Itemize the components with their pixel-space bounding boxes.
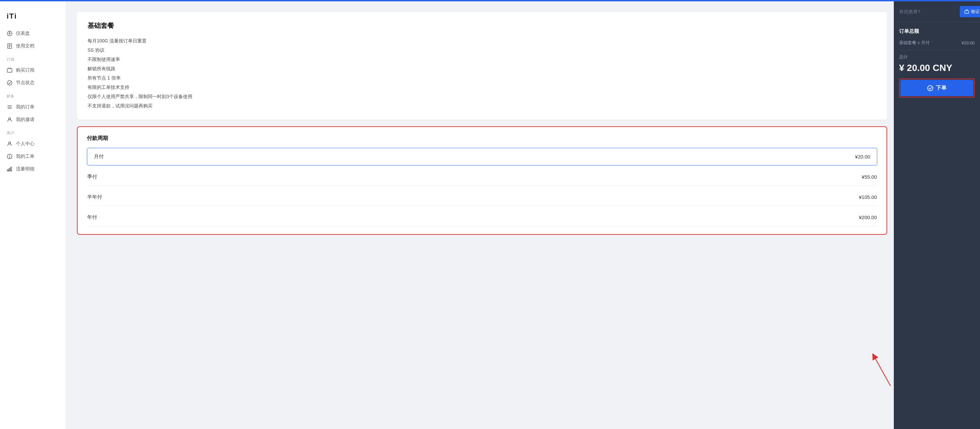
sidebar-item-orders-label: 我的订单	[16, 104, 35, 110]
annual-price: ¥200.00	[859, 214, 877, 220]
monthly-price: ¥20.00	[855, 154, 870, 159]
sidebar-logo: iTi	[0, 9, 66, 27]
payment-option-monthly[interactable]: 月付 ¥20.00	[87, 148, 877, 165]
package-card: 基础套餐 每月100G 流量按订单日重置 SS 协议 不限制使用速率 解锁所有线…	[77, 12, 887, 120]
payment-card: 付款周期 月付 ¥20.00 季付 ¥55.00 半年付 ¥105.00 年付 …	[77, 126, 887, 235]
sidebar-item-invites-label: 我的邀请	[16, 117, 35, 123]
quarterly-label: 季付	[87, 174, 97, 180]
svg-rect-7	[7, 68, 12, 72]
main-content: 基础套餐 每月100G 流量按订单日重置 SS 协议 不限制使用速率 解锁所有线…	[66, 1, 980, 429]
verify-button[interactable]: 验证	[960, 6, 980, 17]
sidebar-item-nodes-label: 节点状态	[16, 80, 35, 86]
payment-option-biannual[interactable]: 半年付 ¥105.00	[87, 188, 877, 206]
invites-icon	[6, 117, 13, 123]
sidebar-section-user-label: 用户	[0, 126, 66, 138]
order-panel: 验证 订单总额 基础套餐 x 月付 ¥20.00 总计 ¥ 20.00 CNY …	[894, 1, 980, 429]
svg-rect-20	[965, 11, 969, 13]
sidebar-section-subscription: 订阅 购买订阅 节点状态	[0, 52, 66, 89]
sidebar: iTi 仪表盘 使用文档	[0, 1, 66, 429]
verify-icon	[964, 9, 969, 14]
ticket-icon	[6, 154, 13, 159]
biannual-price: ¥105.00	[859, 194, 877, 200]
biannual-label: 半年付	[87, 194, 102, 200]
sidebar-item-traffic-label: 流量明细	[16, 166, 35, 172]
check-circle-icon	[927, 85, 933, 91]
sidebar-item-invites[interactable]: 我的邀请	[0, 113, 66, 126]
order-line-label: 基础套餐 x 月付	[899, 40, 930, 46]
payment-section-title: 付款周期	[87, 135, 877, 142]
sidebar-item-dashboard[interactable]: 仪表盘	[0, 27, 66, 40]
top-bar	[0, 0, 980, 1]
sidebar-item-nodes[interactable]: 节点状态	[0, 76, 66, 89]
buy-icon	[6, 67, 13, 73]
monthly-label: 月付	[94, 154, 104, 160]
svg-rect-17	[7, 170, 8, 171]
svg-point-1	[9, 33, 10, 34]
order-outline: 下单	[899, 79, 975, 97]
svg-point-12	[9, 118, 11, 120]
feature-1: 每月100G 流量按订单日重置	[88, 36, 877, 45]
sidebar-section-main: 仪表盘 使用文档	[0, 27, 66, 52]
sidebar-section-finance-label: 财务	[0, 89, 66, 101]
svg-point-16	[9, 157, 10, 158]
feature-6: 有限的工单技术支持	[88, 83, 877, 92]
sidebar-section-subscription-label: 订阅	[0, 52, 66, 64]
svg-rect-19	[11, 167, 12, 171]
sidebar-item-profile[interactable]: 个人中心	[0, 138, 66, 150]
sidebar-item-buy[interactable]: 购买订阅	[0, 64, 66, 76]
nodes-icon	[6, 80, 13, 86]
order-summary-title: 订单总额	[899, 28, 975, 35]
feature-4: 解锁所有线路	[88, 64, 877, 73]
payment-option-annual[interactable]: 年付 ¥200.00	[87, 208, 877, 226]
orders-icon	[6, 104, 13, 110]
svg-point-21	[928, 86, 933, 91]
feature-3: 不限制使用速率	[88, 55, 877, 64]
verify-label: 验证	[971, 9, 980, 14]
package-title: 基础套餐	[88, 21, 877, 30]
package-features: 每月100G 流量按订单日重置 SS 协议 不限制使用速率 解锁所有线路 所有节…	[88, 36, 877, 110]
sidebar-item-docs[interactable]: 使用文档	[0, 40, 66, 52]
order-line: 基础套餐 x 月付 ¥20.00	[899, 40, 975, 46]
annual-label: 年付	[87, 214, 97, 221]
dashboard-icon	[6, 30, 13, 37]
sidebar-section-finance: 财务 我的订单 我的邀请	[0, 89, 66, 126]
coupon-input[interactable]	[899, 9, 957, 14]
docs-icon	[6, 43, 13, 49]
place-order-label: 下单	[936, 84, 947, 92]
feature-2: SS 协议	[88, 45, 877, 55]
order-divider	[899, 50, 975, 50]
sidebar-item-profile-label: 个人中心	[16, 141, 35, 147]
sidebar-item-ticket[interactable]: 我的工单	[0, 150, 66, 163]
sidebar-item-traffic[interactable]: 流量明细	[0, 163, 66, 175]
feature-7: 仅限个人使用严禁共享，限制同一时刻3个设备使用	[88, 92, 877, 101]
order-total-label: 总计	[899, 54, 975, 60]
sidebar-section-user: 用户 个人中心 我的工单	[0, 126, 66, 175]
quarterly-price: ¥55.00	[862, 174, 877, 180]
svg-rect-18	[9, 168, 10, 171]
svg-point-8	[7, 81, 12, 85]
sidebar-item-orders[interactable]: 我的订单	[0, 101, 66, 113]
sidebar-item-docs-label: 使用文档	[16, 43, 35, 49]
order-summary: 订单总额 基础套餐 x 月付 ¥20.00 总计 ¥ 20.00 CNY 下单	[894, 22, 980, 429]
sidebar-item-dashboard-label: 仪表盘	[16, 30, 30, 37]
payment-option-quarterly[interactable]: 季付 ¥55.00	[87, 168, 877, 186]
coupon-section: 验证	[894, 1, 980, 22]
svg-point-13	[9, 142, 11, 144]
feature-5: 所有节点 1 倍率	[88, 73, 877, 83]
profile-icon	[6, 141, 13, 147]
sidebar-item-ticket-label: 我的工单	[16, 154, 35, 159]
sidebar-item-buy-label: 购买订阅	[16, 67, 35, 73]
place-order-button[interactable]: 下单	[900, 80, 974, 96]
feature-8: 不支持退款，试用没问题再购买	[88, 101, 877, 110]
traffic-icon	[6, 166, 13, 172]
order-line-price: ¥20.00	[961, 40, 975, 45]
order-total-amount: ¥ 20.00 CNY	[899, 63, 975, 73]
